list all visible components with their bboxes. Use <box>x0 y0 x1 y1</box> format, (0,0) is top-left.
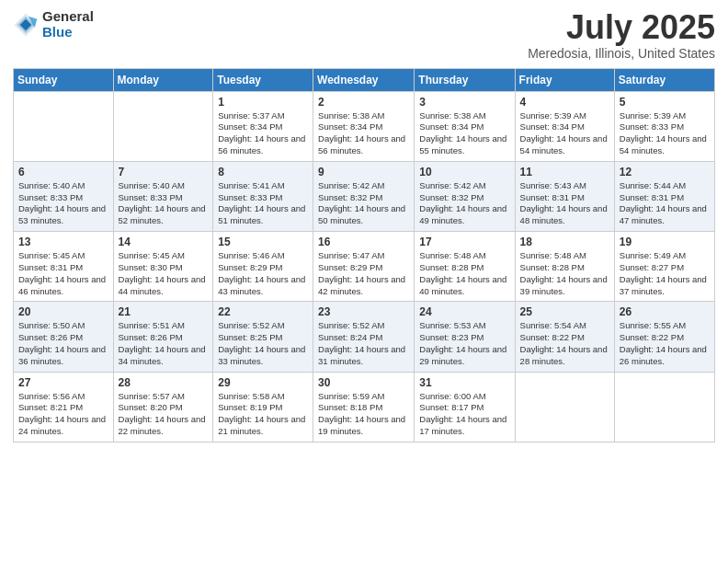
table-row <box>14 91 114 161</box>
day-number: 24 <box>419 305 509 318</box>
table-row: 13Sunrise: 5:45 AMSunset: 8:31 PMDayligh… <box>14 232 114 302</box>
day-info: Sunrise: 5:46 AMSunset: 8:29 PMDaylight:… <box>218 250 308 297</box>
table-row: 17Sunrise: 5:48 AMSunset: 8:28 PMDayligh… <box>415 232 515 302</box>
day-number: 3 <box>419 96 509 109</box>
calendar-week-row: 20Sunrise: 5:50 AMSunset: 8:26 PMDayligh… <box>14 302 715 372</box>
day-number: 1 <box>218 96 308 109</box>
table-row: 30Sunrise: 5:59 AMSunset: 8:18 PMDayligh… <box>313 372 415 442</box>
table-row: 7Sunrise: 5:40 AMSunset: 8:33 PMDaylight… <box>113 161 213 231</box>
table-row: 4Sunrise: 5:39 AMSunset: 8:34 PMDaylight… <box>515 91 614 161</box>
logo: General Blue <box>13 9 94 40</box>
day-number: 27 <box>18 376 108 389</box>
main-title: July 2025 <box>528 9 715 46</box>
day-number: 16 <box>318 236 409 248</box>
logo-icon <box>13 12 39 38</box>
day-number: 25 <box>520 305 609 318</box>
table-row: 14Sunrise: 5:45 AMSunset: 8:30 PMDayligh… <box>113 232 213 302</box>
header-thursday: Thursday <box>415 68 515 91</box>
table-row: 28Sunrise: 5:57 AMSunset: 8:20 PMDayligh… <box>113 372 213 442</box>
day-info: Sunrise: 5:55 AMSunset: 8:22 PMDaylight:… <box>620 320 710 367</box>
table-row: 1Sunrise: 5:37 AMSunset: 8:34 PMDaylight… <box>213 91 313 161</box>
table-row: 23Sunrise: 5:52 AMSunset: 8:24 PMDayligh… <box>313 302 415 372</box>
day-info: Sunrise: 5:48 AMSunset: 8:28 PMDaylight:… <box>419 250 509 297</box>
table-row: 22Sunrise: 5:52 AMSunset: 8:25 PMDayligh… <box>213 302 313 372</box>
day-number: 5 <box>620 96 710 109</box>
day-info: Sunrise: 5:54 AMSunset: 8:22 PMDaylight:… <box>520 320 609 367</box>
table-row: 9Sunrise: 5:42 AMSunset: 8:32 PMDaylight… <box>313 161 415 231</box>
day-info: Sunrise: 5:43 AMSunset: 8:31 PMDaylight:… <box>520 180 609 227</box>
day-info: Sunrise: 5:45 AMSunset: 8:31 PMDaylight:… <box>18 250 108 297</box>
day-info: Sunrise: 5:42 AMSunset: 8:32 PMDaylight:… <box>318 180 409 227</box>
header-tuesday: Tuesday <box>213 68 313 91</box>
calendar-week-row: 13Sunrise: 5:45 AMSunset: 8:31 PMDayligh… <box>14 232 715 302</box>
day-number: 11 <box>520 166 609 178</box>
table-row: 27Sunrise: 5:56 AMSunset: 8:21 PMDayligh… <box>14 372 114 442</box>
day-info: Sunrise: 5:58 AMSunset: 8:19 PMDaylight:… <box>218 391 308 438</box>
day-number: 18 <box>520 236 609 248</box>
table-row: 11Sunrise: 5:43 AMSunset: 8:31 PMDayligh… <box>515 161 614 231</box>
day-info: Sunrise: 5:37 AMSunset: 8:34 PMDaylight:… <box>218 110 308 157</box>
day-number: 26 <box>620 305 710 318</box>
day-number: 20 <box>18 305 108 318</box>
day-info: Sunrise: 5:53 AMSunset: 8:23 PMDaylight:… <box>419 320 509 367</box>
table-row: 18Sunrise: 5:48 AMSunset: 8:28 PMDayligh… <box>515 232 614 302</box>
day-info: Sunrise: 5:57 AMSunset: 8:20 PMDaylight:… <box>119 391 209 438</box>
day-number: 15 <box>218 236 308 248</box>
day-number: 7 <box>119 166 209 178</box>
table-row: 3Sunrise: 5:38 AMSunset: 8:34 PMDaylight… <box>415 91 515 161</box>
table-row: 10Sunrise: 5:42 AMSunset: 8:32 PMDayligh… <box>415 161 515 231</box>
header-sunday: Sunday <box>14 68 114 91</box>
day-number: 2 <box>318 96 409 109</box>
table-row <box>113 91 213 161</box>
calendar-week-row: 27Sunrise: 5:56 AMSunset: 8:21 PMDayligh… <box>14 372 715 442</box>
table-row: 31Sunrise: 6:00 AMSunset: 8:17 PMDayligh… <box>415 372 515 442</box>
day-info: Sunrise: 5:49 AMSunset: 8:27 PMDaylight:… <box>620 250 710 297</box>
table-row: 5Sunrise: 5:39 AMSunset: 8:33 PMDaylight… <box>614 91 714 161</box>
day-info: Sunrise: 5:44 AMSunset: 8:31 PMDaylight:… <box>620 180 710 227</box>
logo-text: General Blue <box>42 9 94 40</box>
header: General Blue July 2025 Meredosia, Illino… <box>13 9 715 61</box>
table-row <box>515 372 614 442</box>
table-row: 19Sunrise: 5:49 AMSunset: 8:27 PMDayligh… <box>614 232 714 302</box>
header-friday: Friday <box>515 68 614 91</box>
calendar-week-row: 1Sunrise: 5:37 AMSunset: 8:34 PMDaylight… <box>14 91 715 161</box>
day-info: Sunrise: 5:41 AMSunset: 8:33 PMDaylight:… <box>218 180 308 227</box>
calendar-week-row: 6Sunrise: 5:40 AMSunset: 8:33 PMDaylight… <box>14 161 715 231</box>
day-number: 31 <box>419 376 509 389</box>
day-info: Sunrise: 5:48 AMSunset: 8:28 PMDaylight:… <box>520 250 609 297</box>
day-info: Sunrise: 5:42 AMSunset: 8:32 PMDaylight:… <box>419 180 509 227</box>
day-number: 21 <box>119 305 209 318</box>
day-number: 10 <box>419 166 509 178</box>
day-info: Sunrise: 5:38 AMSunset: 8:34 PMDaylight:… <box>318 110 409 157</box>
table-row: 16Sunrise: 5:47 AMSunset: 8:29 PMDayligh… <box>313 232 415 302</box>
day-number: 19 <box>620 236 710 248</box>
day-info: Sunrise: 5:40 AMSunset: 8:33 PMDaylight:… <box>119 180 209 227</box>
day-number: 13 <box>18 236 108 248</box>
table-row: 24Sunrise: 5:53 AMSunset: 8:23 PMDayligh… <box>415 302 515 372</box>
day-info: Sunrise: 5:39 AMSunset: 8:34 PMDaylight:… <box>520 110 609 157</box>
table-row: 12Sunrise: 5:44 AMSunset: 8:31 PMDayligh… <box>614 161 714 231</box>
day-info: Sunrise: 5:38 AMSunset: 8:34 PMDaylight:… <box>419 110 509 157</box>
table-row <box>614 372 714 442</box>
day-number: 29 <box>218 376 308 389</box>
day-info: Sunrise: 5:50 AMSunset: 8:26 PMDaylight:… <box>18 320 108 367</box>
logo-general-text: General <box>42 9 94 25</box>
day-number: 23 <box>318 305 409 318</box>
day-number: 9 <box>318 166 409 178</box>
day-info: Sunrise: 5:56 AMSunset: 8:21 PMDaylight:… <box>18 391 108 438</box>
table-row: 20Sunrise: 5:50 AMSunset: 8:26 PMDayligh… <box>14 302 114 372</box>
title-block: July 2025 Meredosia, Illinois, United St… <box>528 9 715 61</box>
table-row: 8Sunrise: 5:41 AMSunset: 8:33 PMDaylight… <box>213 161 313 231</box>
table-row: 29Sunrise: 5:58 AMSunset: 8:19 PMDayligh… <box>213 372 313 442</box>
day-number: 17 <box>419 236 509 248</box>
day-number: 12 <box>620 166 710 178</box>
day-info: Sunrise: 5:45 AMSunset: 8:30 PMDaylight:… <box>119 250 209 297</box>
day-info: Sunrise: 5:51 AMSunset: 8:26 PMDaylight:… <box>119 320 209 367</box>
day-number: 14 <box>119 236 209 248</box>
day-number: 30 <box>318 376 409 389</box>
day-info: Sunrise: 5:47 AMSunset: 8:29 PMDaylight:… <box>318 250 409 297</box>
page: General Blue July 2025 Meredosia, Illino… <box>0 0 728 563</box>
day-info: Sunrise: 5:52 AMSunset: 8:24 PMDaylight:… <box>318 320 409 367</box>
table-row: 15Sunrise: 5:46 AMSunset: 8:29 PMDayligh… <box>213 232 313 302</box>
table-row: 26Sunrise: 5:55 AMSunset: 8:22 PMDayligh… <box>614 302 714 372</box>
